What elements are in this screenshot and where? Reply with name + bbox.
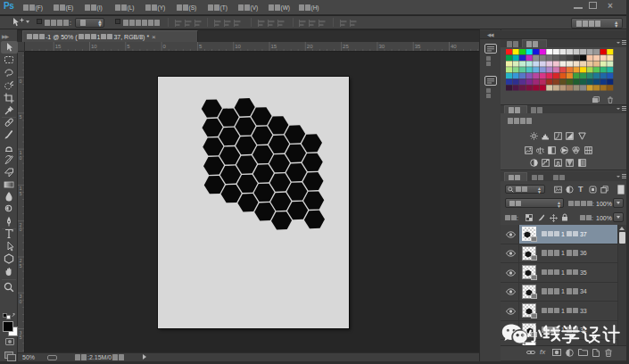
svg-text:15: 15 — [271, 44, 277, 49]
svg-text:0: 0 — [20, 79, 22, 84]
svg-text:5: 5 — [20, 263, 22, 269]
svg-text:0: 0 — [20, 299, 22, 304]
svg-text:35: 35 — [415, 44, 421, 49]
svg-text:0: 0 — [20, 155, 22, 161]
svg-text:20: 20 — [307, 44, 313, 49]
svg-text:10: 10 — [235, 44, 241, 49]
svg-text:10: 10 — [91, 44, 97, 49]
svg-text:5: 5 — [20, 114, 22, 120]
svg-text:5: 5 — [199, 44, 203, 49]
svg-text:0: 0 — [20, 227, 22, 232]
svg-text:40: 40 — [451, 44, 457, 49]
svg-text:15: 15 — [55, 44, 62, 49]
svg-text:30: 30 — [378, 44, 385, 49]
svg-text:5: 5 — [127, 44, 130, 49]
svg-text:5: 5 — [20, 335, 22, 340]
svg-text:25: 25 — [343, 44, 349, 49]
svg-text:0: 0 — [163, 44, 167, 49]
svg-text:5: 5 — [20, 191, 22, 196]
